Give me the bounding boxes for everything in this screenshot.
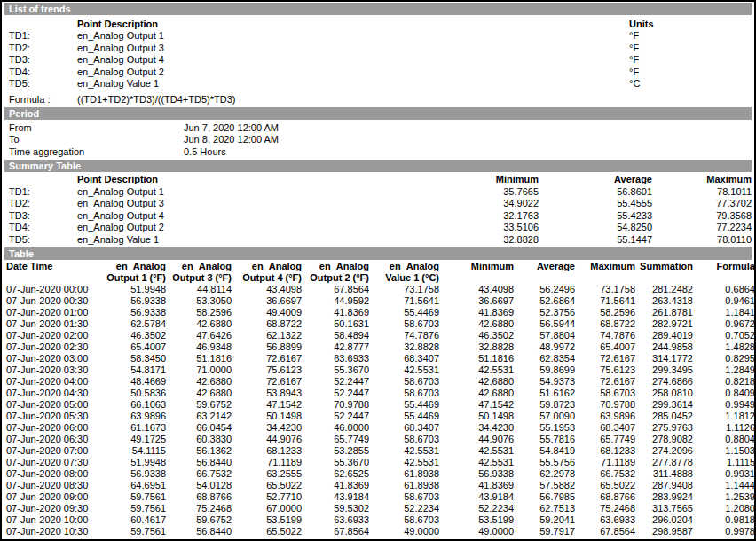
output1-value: 62.5784: [102, 318, 166, 330]
value1-value: 42.5531: [369, 365, 439, 376]
output2-value: 70.9788: [302, 399, 369, 411]
date-time: 07-Jun-2020 06:00: [4, 422, 102, 434]
col-header-line1: Minimum: [471, 261, 514, 272]
summary-average: 55.4555: [539, 198, 652, 210]
output4-value: 53.5199: [232, 514, 302, 526]
minimum-value: 42.6880: [439, 388, 514, 399]
section-header-list-of-trends: List of trends: [4, 3, 752, 15]
output3-value: 68.8766: [166, 491, 232, 503]
value1-value: 42.5531: [369, 445, 439, 457]
output1-value: 51.9948: [102, 457, 166, 468]
table-row: 07-Jun-2020 01:3062.578442.688068.872250…: [4, 318, 752, 330]
value1-value: 49.0000: [369, 526, 439, 537]
minimum-value: 43.9184: [439, 491, 514, 503]
summation-value: 285.0452: [635, 411, 693, 422]
average-value: 55.7816: [514, 434, 575, 445]
trend-description: en_Analog Value 1: [77, 78, 629, 90]
col-header-output4: en_Analog Output 4 (°F): [232, 261, 302, 284]
maximum-value: 75.2468: [575, 503, 635, 514]
table-row: 07-Jun-2020 02:0046.350247.642662.132258…: [4, 330, 752, 341]
col-header-average: Average: [514, 261, 575, 284]
col-header-line2: Output 3 (°F): [172, 272, 232, 284]
col-header-line1: en_Analog: [319, 261, 369, 272]
formula-value: 0.9818: [693, 514, 755, 526]
minimum-value: 32.8828: [439, 341, 514, 353]
table-row: 07-Jun-2020 04:3050.583642.688053.894352…: [4, 388, 752, 399]
maximum-value: 75.6123: [575, 365, 635, 376]
summary-id: TD5:: [4, 234, 77, 247]
period-row: ToJun 8, 2020 12:00 AM: [4, 134, 752, 146]
section-header-table: Table: [4, 247, 752, 260]
date-time: 07-Jun-2020 01:30: [4, 318, 102, 330]
col-header-summation: Summation: [635, 261, 693, 284]
value1-value: 71.5641: [369, 295, 439, 307]
output3-value: 63.2142: [166, 411, 232, 422]
col-header-line2: Output 1 (°F): [106, 272, 166, 284]
col-header-line1: Average: [537, 261, 575, 272]
formula-value: 0.6864: [693, 284, 755, 295]
maximum-value: 68.3407: [575, 422, 635, 434]
summation-value: 263.4318: [635, 295, 693, 307]
date-time: 07-Jun-2020 03:00: [4, 353, 102, 365]
period-label: From: [4, 122, 184, 135]
formula-value: 0.9978: [693, 526, 755, 537]
trend-units: °F: [629, 30, 752, 43]
maximum-value: 67.8564: [575, 526, 635, 537]
value1-value: 58.6703: [369, 434, 439, 445]
output3-value: 66.0454: [166, 422, 232, 434]
output2-value: 50.1631: [302, 318, 369, 330]
output1-value: 60.4617: [102, 514, 166, 526]
summation-value: 244.9858: [635, 341, 693, 353]
summary-row: TD1:en_Analog Output 135.766556.860178.1…: [4, 186, 752, 199]
maximum-value: 70.9788: [575, 399, 635, 411]
summation-value: 274.2096: [635, 445, 693, 457]
value1-value: 68.3407: [369, 353, 439, 365]
table-row: 07-Jun-2020 07:3051.994856.844071.118955…: [4, 457, 752, 468]
summary-id: TD1:: [4, 186, 77, 199]
output2-value: 67.8564: [302, 526, 369, 537]
date-time: 07-Jun-2020 10:30: [4, 526, 102, 537]
maximum-value: 66.7532: [575, 468, 635, 480]
output4-value: 67.0000: [232, 503, 302, 514]
output3-value: 46.9348: [166, 341, 232, 353]
value1-value: 58.6703: [369, 318, 439, 330]
output4-value: 72.6167: [232, 376, 302, 388]
summary-rows: TD1:en_Analog Output 135.766556.860178.1…: [4, 186, 752, 247]
summary-maximum: 78.1011: [652, 186, 752, 199]
output4-value: 68.8722: [232, 318, 302, 330]
output1-value: 58.3450: [102, 353, 166, 365]
summary-minimum: 32.8828: [432, 234, 539, 247]
section-header-period: Period: [4, 107, 752, 120]
output1-value: 64.6951: [102, 480, 166, 491]
output1-value: 65.4007: [102, 341, 166, 353]
maximum-value: 68.1233: [575, 445, 635, 457]
average-value: 56.2496: [514, 284, 575, 295]
list-of-trends-header-row: Point Description Units: [4, 18, 752, 30]
minimum-value: 42.6880: [439, 318, 514, 330]
average-value: 57.5882: [514, 480, 575, 491]
maximum-value: 68.8766: [575, 491, 635, 503]
date-time: 07-Jun-2020 04:30: [4, 388, 102, 399]
trend-description: en_Analog Output 1: [77, 30, 629, 43]
list-of-trends-rows: TD1:en_Analog Output 1°FTD2:en_Analog Ou…: [4, 30, 752, 90]
output3-value: 42.6880: [166, 376, 232, 388]
output3-value: 58.2596: [166, 307, 232, 318]
spacer-cell: [4, 18, 77, 30]
period-label: Time aggregation: [4, 146, 184, 159]
formula-value: 0.7052: [693, 330, 755, 341]
minimum-value: 51.1816: [439, 353, 514, 365]
average-value: 56.5944: [514, 318, 575, 330]
output4-value: 75.6123: [232, 365, 302, 376]
date-time: 07-Jun-2020 02:00: [4, 330, 102, 341]
output2-value: 58.4894: [302, 330, 369, 341]
col-header-line1: Summation: [640, 261, 693, 272]
output2-value: 53.2855: [302, 445, 369, 457]
output2-value: 46.0000: [302, 422, 369, 434]
formula-value: 1.1115: [693, 457, 755, 468]
value1-value: 52.2234: [369, 503, 439, 514]
summation-value: 281.2482: [635, 284, 693, 295]
output3-value: 75.2468: [166, 503, 232, 514]
col-header-line1: en_Analog: [182, 261, 232, 272]
col-header-formula: Formula: [693, 261, 755, 284]
date-time: 07-Jun-2020 07:30: [4, 457, 102, 468]
